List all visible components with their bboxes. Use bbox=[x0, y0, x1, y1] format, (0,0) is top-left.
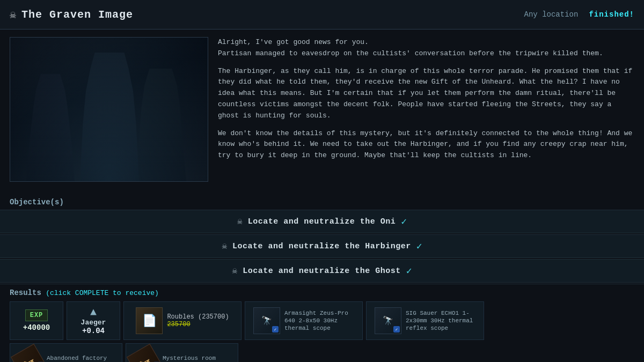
key1-icon: 🗝 ✓ bbox=[11, 344, 47, 362]
status-badge: finished! bbox=[589, 10, 634, 19]
objective-row-2: ☠ Locate and neutralize the Harbinger ✓ bbox=[0, 234, 644, 258]
armasight-icon: 🔭 ✓ bbox=[253, 307, 280, 334]
mission-paragraph-3: We don't know the details of this myster… bbox=[218, 128, 634, 161]
jaeger-value: +0.04 bbox=[82, 327, 105, 335]
roubles-value: 235700 bbox=[167, 321, 229, 328]
results-section: Results (click COMPLETE to receive) EXP … bbox=[0, 284, 644, 362]
armasight-item: 🔭 ✓ Armasight Zeus-Pro 640 2-8x50 30Hz t… bbox=[245, 301, 363, 340]
objective-check-1: ✓ bbox=[401, 216, 407, 227]
key1-label: Abandoned factory marked key bbox=[47, 354, 116, 362]
header: ☠ The Graven Image Any location finished… bbox=[0, 0, 644, 29]
objective-skull-3: ☠ bbox=[232, 265, 237, 276]
roubles-item: 📄 Roubles (235700) 235700 bbox=[123, 301, 241, 340]
objective-row-1: ☠ Locate and neutralize the Oni ✓ bbox=[0, 210, 644, 233]
exp-value: +40000 bbox=[23, 323, 50, 332]
mission-text: Alright, I've got good news for you. Par… bbox=[218, 37, 634, 188]
key2-item: 🗝 ✓ Mysterious room marked key bbox=[126, 343, 238, 362]
roubles-icon: 📄 bbox=[136, 307, 163, 334]
main-content: Alright, I've got good news for you. Par… bbox=[0, 29, 644, 196]
key2-icon: 🗝 ✓ bbox=[127, 344, 163, 362]
exp-item: EXP +40000 bbox=[10, 301, 63, 340]
mission-paragraph-2: The Harbinger, as they call him, is in c… bbox=[218, 66, 634, 122]
mission-image bbox=[10, 37, 208, 182]
objective-row-3: ☠ Locate and neutralize the Ghost ✓ bbox=[0, 259, 644, 283]
objective-text-3: Locate and neutralize the Ghost bbox=[243, 267, 401, 276]
results-title: Results (click COMPLETE to receive) bbox=[10, 289, 634, 297]
key2-label: Mysterious room marked key bbox=[163, 354, 232, 362]
sig-label: SIG Sauer ECHO1 1-2x30mm 30Hz thermal re… bbox=[406, 309, 475, 333]
armasight-check: ✓ bbox=[272, 326, 279, 333]
objective-text-1: Locate and neutralize the Oni bbox=[248, 217, 396, 226]
objectives-label: Objective(s) bbox=[0, 196, 644, 210]
page-title: The Graven Image bbox=[21, 9, 133, 21]
armasight-label: Armasight Zeus-Pro 640 2-8x50 30Hz therm… bbox=[284, 309, 354, 333]
jaeger-item: ▲ Jaeger +0.04 bbox=[67, 301, 120, 340]
header-right: Any location finished! bbox=[524, 10, 634, 19]
mission-paragraph-1: Alright, I've got good news for you. Par… bbox=[218, 37, 634, 60]
objective-skull-1: ☠ bbox=[237, 216, 243, 227]
exp-label: EXP bbox=[25, 309, 48, 321]
objective-check-3: ✓ bbox=[406, 265, 412, 277]
sig-check: ✓ bbox=[393, 326, 400, 333]
jaeger-name: Jaeger bbox=[81, 319, 106, 327]
results-grid: EXP +40000 ▲ Jaeger +0.04 📄 Roubles (235… bbox=[10, 301, 634, 340]
sig-icon: 🔭 ✓ bbox=[375, 307, 401, 334]
skull-icon: ☠ bbox=[10, 8, 16, 21]
objective-check-2: ✓ bbox=[416, 240, 422, 252]
keys-grid: 🗝 ✓ Abandoned factory marked key 🗝 ✓ Mys… bbox=[10, 343, 634, 362]
objective-text-2: Locate and neutralize the Harbinger bbox=[232, 242, 411, 251]
header-left: ☠ The Graven Image bbox=[10, 8, 133, 21]
roubles-label: Roubles (235700) bbox=[167, 313, 229, 321]
location-label: Any location bbox=[524, 10, 579, 19]
objective-skull-2: ☠ bbox=[222, 241, 227, 252]
key1-item: 🗝 ✓ Abandoned factory marked key bbox=[10, 343, 122, 362]
image-overlay bbox=[10, 38, 208, 181]
sig-item: 🔭 ✓ SIG Sauer ECHO1 1-2x30mm 30Hz therma… bbox=[366, 301, 484, 340]
jaeger-icon: ▲ bbox=[90, 306, 97, 319]
results-subtitle: (click COMPLETE to receive) bbox=[46, 289, 159, 297]
